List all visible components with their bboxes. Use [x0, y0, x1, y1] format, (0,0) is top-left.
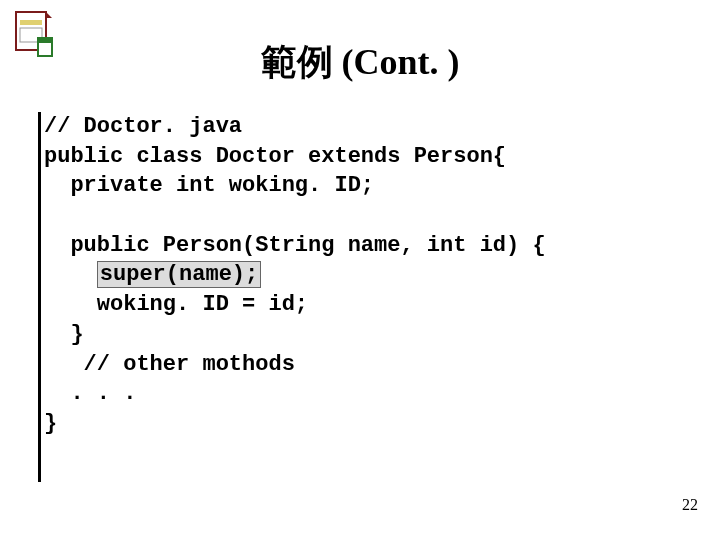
- code-block: // Doctor. java public class Doctor exte…: [44, 112, 546, 439]
- code-line: private int woking. ID;: [44, 173, 374, 198]
- svg-rect-2: [20, 20, 42, 25]
- code-line: // other mothods: [44, 352, 295, 377]
- code-left-bar: [38, 112, 41, 482]
- code-line-prefix: [44, 262, 97, 287]
- code-line: public Person(String name, int id) {: [44, 233, 546, 258]
- code-highlight: super(name);: [97, 261, 261, 288]
- slide-title: 範例 (Cont. ): [0, 38, 720, 87]
- code-line: // Doctor. java: [44, 114, 242, 139]
- slide: 範例 (Cont. ) // Doctor. java public class…: [0, 0, 720, 540]
- code-line: public class Doctor extends Person{: [44, 144, 506, 169]
- page-number: 22: [682, 496, 698, 514]
- code-line: . . .: [44, 381, 136, 406]
- code-line: woking. ID = id;: [44, 292, 308, 317]
- code-line: }: [44, 411, 57, 436]
- code-line: }: [44, 322, 84, 347]
